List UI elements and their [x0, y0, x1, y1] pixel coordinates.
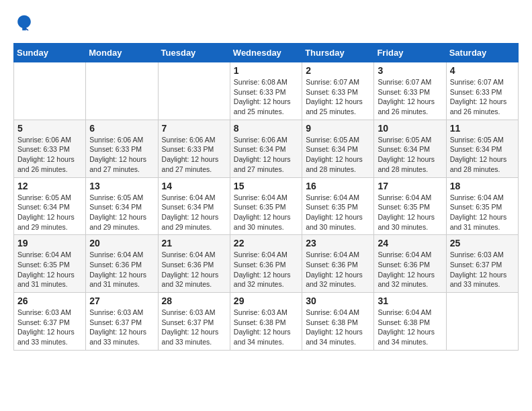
calendar-cell: 12Sunrise: 6:05 AM Sunset: 6:34 PM Dayli… — [14, 177, 86, 235]
calendar-cell: 3Sunrise: 6:07 AM Sunset: 6:33 PM Daylig… — [374, 62, 446, 120]
calendar-cell: 18Sunrise: 6:04 AM Sunset: 6:35 PM Dayli… — [446, 177, 518, 235]
weekday-header-monday: Monday — [86, 44, 158, 62]
day-number: 25 — [450, 238, 515, 248]
calendar-body: 1Sunrise: 6:08 AM Sunset: 6:33 PM Daylig… — [14, 62, 519, 351]
calendar-cell: 28Sunrise: 6:03 AM Sunset: 6:37 PM Dayli… — [158, 293, 230, 351]
day-info: Sunrise: 6:05 AM Sunset: 6:34 PM Dayligh… — [89, 193, 154, 232]
day-number: 1 — [234, 65, 298, 76]
day-number: 9 — [306, 123, 370, 134]
day-number: 5 — [17, 123, 82, 134]
day-number: 6 — [89, 123, 154, 134]
day-info: Sunrise: 6:08 AM Sunset: 6:33 PM Dayligh… — [234, 77, 298, 117]
day-info: Sunrise: 6:04 AM Sunset: 6:36 PM Dayligh… — [378, 250, 442, 289]
day-info: Sunrise: 6:04 AM Sunset: 6:35 PM Dayligh… — [378, 193, 442, 232]
weekday-header-tuesday: Tuesday — [158, 44, 230, 62]
day-info: Sunrise: 6:04 AM Sunset: 6:35 PM Dayligh… — [17, 250, 82, 289]
day-number: 20 — [89, 238, 154, 248]
day-number: 23 — [306, 238, 370, 248]
day-number: 18 — [450, 181, 515, 191]
calendar-cell: 24Sunrise: 6:04 AM Sunset: 6:36 PM Dayli… — [374, 235, 446, 293]
calendar-cell: 7Sunrise: 6:06 AM Sunset: 6:33 PM Daylig… — [158, 120, 230, 177]
day-info: Sunrise: 6:04 AM Sunset: 6:35 PM Dayligh… — [234, 193, 298, 232]
header — [13, 13, 519, 35]
day-info: Sunrise: 6:04 AM Sunset: 6:34 PM Dayligh… — [162, 193, 226, 232]
day-number: 11 — [450, 123, 515, 134]
day-info: Sunrise: 6:04 AM Sunset: 6:38 PM Dayligh… — [306, 308, 370, 347]
calendar-week-row: 12Sunrise: 6:05 AM Sunset: 6:34 PM Dayli… — [14, 177, 519, 235]
day-info: Sunrise: 6:05 AM Sunset: 6:34 PM Dayligh… — [17, 193, 82, 232]
day-number: 31 — [378, 295, 442, 306]
weekday-header-sunday: Sunday — [14, 44, 86, 62]
day-number: 3 — [378, 65, 442, 76]
day-number: 8 — [234, 123, 298, 134]
day-number: 27 — [89, 295, 154, 306]
day-info: Sunrise: 6:05 AM Sunset: 6:34 PM Dayligh… — [378, 135, 442, 175]
calendar-cell: 26Sunrise: 6:03 AM Sunset: 6:37 PM Dayli… — [14, 293, 86, 351]
day-info: Sunrise: 6:03 AM Sunset: 6:37 PM Dayligh… — [162, 308, 226, 347]
day-info: Sunrise: 6:06 AM Sunset: 6:33 PM Dayligh… — [162, 135, 226, 175]
day-info: Sunrise: 6:03 AM Sunset: 6:38 PM Dayligh… — [234, 308, 298, 347]
calendar-cell: 29Sunrise: 6:03 AM Sunset: 6:38 PM Dayli… — [230, 293, 302, 351]
calendar-cell: 4Sunrise: 6:07 AM Sunset: 6:33 PM Daylig… — [446, 62, 518, 120]
day-info: Sunrise: 6:03 AM Sunset: 6:37 PM Dayligh… — [89, 308, 154, 347]
calendar-cell: 27Sunrise: 6:03 AM Sunset: 6:37 PM Dayli… — [86, 293, 158, 351]
calendar-week-row: 1Sunrise: 6:08 AM Sunset: 6:33 PM Daylig… — [14, 62, 519, 120]
calendar-cell — [14, 62, 86, 120]
calendar-cell: 20Sunrise: 6:04 AM Sunset: 6:36 PM Dayli… — [86, 235, 158, 293]
day-info: Sunrise: 6:05 AM Sunset: 6:34 PM Dayligh… — [450, 135, 515, 175]
calendar-week-row: 5Sunrise: 6:06 AM Sunset: 6:33 PM Daylig… — [14, 120, 519, 177]
calendar-cell: 11Sunrise: 6:05 AM Sunset: 6:34 PM Dayli… — [446, 120, 518, 177]
day-number: 17 — [378, 181, 442, 191]
calendar-cell: 13Sunrise: 6:05 AM Sunset: 6:34 PM Dayli… — [86, 177, 158, 235]
day-info: Sunrise: 6:06 AM Sunset: 6:33 PM Dayligh… — [17, 135, 82, 175]
day-info: Sunrise: 6:04 AM Sunset: 6:35 PM Dayligh… — [306, 193, 370, 232]
calendar-cell — [86, 62, 158, 120]
weekday-header-row: SundayMondayTuesdayWednesdayThursdayFrid… — [14, 44, 519, 62]
day-info: Sunrise: 6:04 AM Sunset: 6:38 PM Dayligh… — [378, 308, 442, 347]
calendar-table: SundayMondayTuesdayWednesdayThursdayFrid… — [13, 43, 519, 351]
calendar-cell: 17Sunrise: 6:04 AM Sunset: 6:35 PM Dayli… — [374, 177, 446, 235]
calendar-cell: 21Sunrise: 6:04 AM Sunset: 6:36 PM Dayli… — [158, 235, 230, 293]
day-number: 15 — [234, 181, 298, 191]
calendar-cell: 10Sunrise: 6:05 AM Sunset: 6:34 PM Dayli… — [374, 120, 446, 177]
day-number: 28 — [162, 295, 226, 306]
calendar-cell: 30Sunrise: 6:04 AM Sunset: 6:38 PM Dayli… — [302, 293, 374, 351]
calendar-cell: 25Sunrise: 6:03 AM Sunset: 6:37 PM Dayli… — [446, 235, 518, 293]
calendar-cell — [446, 293, 518, 351]
weekday-header-wednesday: Wednesday — [230, 44, 302, 62]
calendar-cell: 14Sunrise: 6:04 AM Sunset: 6:34 PM Dayli… — [158, 177, 230, 235]
day-info: Sunrise: 6:07 AM Sunset: 6:33 PM Dayligh… — [306, 77, 370, 117]
day-number: 7 — [162, 123, 226, 134]
calendar-cell: 2Sunrise: 6:07 AM Sunset: 6:33 PM Daylig… — [302, 62, 374, 120]
logo-mark — [13, 13, 34, 35]
calendar-cell: 8Sunrise: 6:06 AM Sunset: 6:34 PM Daylig… — [230, 120, 302, 177]
calendar-cell: 22Sunrise: 6:04 AM Sunset: 6:36 PM Dayli… — [230, 235, 302, 293]
calendar-week-row: 26Sunrise: 6:03 AM Sunset: 6:37 PM Dayli… — [14, 293, 519, 351]
day-info: Sunrise: 6:06 AM Sunset: 6:33 PM Dayligh… — [89, 135, 154, 175]
day-number: 19 — [17, 238, 82, 248]
day-number: 22 — [234, 238, 298, 248]
calendar-cell: 5Sunrise: 6:06 AM Sunset: 6:33 PM Daylig… — [14, 120, 86, 177]
day-info: Sunrise: 6:05 AM Sunset: 6:34 PM Dayligh… — [306, 135, 370, 175]
day-info: Sunrise: 6:07 AM Sunset: 6:33 PM Dayligh… — [378, 77, 442, 117]
calendar-cell: 16Sunrise: 6:04 AM Sunset: 6:35 PM Dayli… — [302, 177, 374, 235]
calendar-cell — [158, 62, 230, 120]
day-number: 13 — [89, 181, 154, 191]
day-info: Sunrise: 6:04 AM Sunset: 6:35 PM Dayligh… — [450, 193, 515, 232]
calendar-header: SundayMondayTuesdayWednesdayThursdayFrid… — [14, 44, 519, 62]
day-info: Sunrise: 6:06 AM Sunset: 6:34 PM Dayligh… — [234, 135, 298, 175]
calendar-cell: 15Sunrise: 6:04 AM Sunset: 6:35 PM Dayli… — [230, 177, 302, 235]
day-number: 12 — [17, 181, 82, 191]
day-number: 14 — [162, 181, 226, 191]
day-info: Sunrise: 6:03 AM Sunset: 6:37 PM Dayligh… — [450, 250, 515, 289]
calendar-week-row: 19Sunrise: 6:04 AM Sunset: 6:35 PM Dayli… — [14, 235, 519, 293]
calendar-cell: 6Sunrise: 6:06 AM Sunset: 6:33 PM Daylig… — [86, 120, 158, 177]
calendar-cell: 19Sunrise: 6:04 AM Sunset: 6:35 PM Dayli… — [14, 235, 86, 293]
day-info: Sunrise: 6:03 AM Sunset: 6:37 PM Dayligh… — [17, 308, 82, 347]
day-number: 16 — [306, 181, 370, 191]
weekday-header-thursday: Thursday — [302, 44, 374, 62]
calendar-cell: 1Sunrise: 6:08 AM Sunset: 6:33 PM Daylig… — [230, 62, 302, 120]
calendar-cell: 9Sunrise: 6:05 AM Sunset: 6:34 PM Daylig… — [302, 120, 374, 177]
calendar-cell: 23Sunrise: 6:04 AM Sunset: 6:36 PM Dayli… — [302, 235, 374, 293]
day-info: Sunrise: 6:07 AM Sunset: 6:33 PM Dayligh… — [450, 77, 515, 117]
